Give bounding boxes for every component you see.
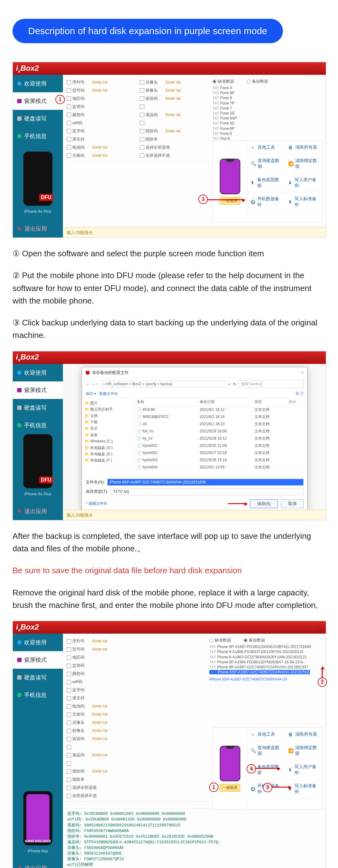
nav-back-icon[interactable]: ← → ↑ [86,382,98,386]
app-window-2: ixBox2— × 欢迎使用 紫屏模式 硬盘读写 手机信息 DFU iPhone… [12,351,326,520]
operations-panel: 一键紫屏 ＋其他工具🗑清除所有底🔍查询硬盘数据📶清除绑定数据⬆备份底层数据⬇写入… [213,141,322,222]
sidebar-item-phoneinfo[interactable]: 手机信息 [13,127,63,145]
filename-input[interactable] [107,479,304,486]
form-field[interactable]: 颜色码 [67,111,139,119]
sidebar-label: 硬盘读写 [24,115,47,122]
form-field[interactable]: 电池码 Enter txt [67,143,139,151]
hide-folders-toggle[interactable]: ^ 隐藏文件夹 [86,501,107,506]
form-field[interactable]: 全部选择不选 [67,791,132,800]
form-field[interactable]: 颜色码 [67,669,139,677]
warning-text: Be sure to save the original data file b… [12,564,326,577]
form-field[interactable]: 前像头 Enter txt [67,726,132,734]
op-button[interactable]: 📶清除绑定数据 [285,154,322,173]
sidebar: 欢迎使用 紫屏模式 1 硬盘读写 手机信息 DFU iPhone 6s Plus… [13,75,63,238]
op-button[interactable]: ⏻开机数据备份 [248,192,285,212]
form-field[interactable]: 监管码 [67,102,139,111]
form-field[interactable] [67,743,132,751]
callout-1b: 1 [209,782,218,792]
sidebar-item-exit[interactable]: ✕退出应用 [13,220,63,238]
form-field[interactable]: 蓝牙码 [67,127,139,135]
callout-2: 2 [318,677,327,687]
output-console: 蓝牙码: 0x35CADB68 0x00001084 0x00000000 0x… [63,808,326,868]
form-field[interactable]: 屏支持 [67,135,139,143]
instruction-text: After the backup is completed, the save … [12,530,326,555]
form-field[interactable]: 液晶码 Enter txt [140,111,206,119]
filetype-select[interactable]: TXT(*.txt) [111,488,304,495]
form-field[interactable]: 电池码 Enter txt [67,702,139,710]
op-button[interactable]: 🗑清除所有底 [285,728,322,741]
form-field[interactable]: 面容码 Enter txt [140,94,206,102]
form-field[interactable]: 后像头 Enter txt [67,718,132,726]
form-field[interactable]: 屏支持 [67,694,139,702]
one-click-purple-button[interactable]: 一键紫屏 [220,197,240,205]
form-field[interactable]: 主板码 Enter txt [67,710,139,718]
backup-file-list[interactable]: TXTPhone 8P-A1897-FD180220GD8JX0BYAG-202… [209,644,322,675]
form-field[interactable]: 选择全部选项 [67,783,132,791]
cancel-button[interactable]: 取消 [281,499,304,508]
filename-label: 文件名(N): [86,479,105,485]
form-field[interactable]: 指纹串 [67,775,132,783]
sidebar-item-hdd[interactable]: 硬盘读写 [13,110,63,127]
form-field[interactable]: 蓝牙码 [67,686,139,694]
form-field[interactable]: wifi码 [67,119,139,127]
app-logo: ixBox2 [16,64,39,73]
dialog-file-list[interactable]: 名称修改日期类型大小📄 453c982021/6/1 16:12文本文档📄 98… [134,398,307,476]
instruction-text: Remove the original hard disk of the mob… [12,586,326,612]
op-button[interactable]: 🗑清除所有底 [285,141,322,154]
form-field[interactable] [67,759,132,767]
sidebar-item-purple[interactable]: 紫屏模式 1 [13,92,63,110]
form-field[interactable]: 液晶码 Enter txt [67,751,132,759]
phone-name: iPhone 6s Plus [24,209,52,214]
form-field[interactable]: 地区码 [67,653,139,661]
new-folder-button[interactable]: 新建文件夹 [99,392,118,396]
form-field[interactable]: 主板码 Enter txt [67,151,139,159]
form-field[interactable]: wifi码 [67,677,139,686]
search-input[interactable]: 搜索"backup" [239,380,304,388]
window-controls[interactable]: — × [306,65,322,71]
form-field[interactable]: 指纹码 Enter txt [67,767,132,775]
form-area: 序列号 Enter txt型号码 Enter txt地区码 监管码 颜色码 wi… [63,75,213,161]
command-input[interactable]: 输入功能指令 [63,227,326,238]
form-field[interactable]: 面容码 Enter txt [67,734,132,743]
dialog-nav[interactable]: 📁 图片📁 微云同步助手📁 文档📁 下载📁 音乐📁 桌面📁 Windows (C… [82,398,134,476]
form-field[interactable]: 全部选择不选 [140,151,206,159]
form-field[interactable]: 型号码 Enter txt [67,86,139,94]
form-field[interactable] [140,102,206,111]
form-field[interactable]: 序列号 Enter txt [67,78,139,86]
form-field[interactable]: 序列号 Enter txt [67,637,139,645]
view-icons[interactable]: ☰ ⓘ [296,391,304,397]
organize-menu[interactable]: 组织 ▾ [86,392,96,396]
op-button[interactable]: 🔍查询硬盘数据 [248,154,285,173]
phone-mini-graphic [220,159,240,194]
op-button[interactable]: ⬆备份底层数据 [248,173,285,192]
op-button[interactable]: ＋其他工具 [248,728,285,741]
form-field[interactable]: 型号码 Enter txt [67,645,139,653]
form-field[interactable]: 指纹码 Enter txt [140,127,206,135]
dfu-badge: DFU [39,194,53,201]
form-field[interactable] [140,119,206,127]
backup-file-list[interactable]: TXTFone XTXTFone 8PTXTFone 8TXTFone 7PTX… [213,86,322,146]
sidebar-label: 手机信息 [24,132,47,140]
title-pill: Description of hard disk expansion in pu… [12,19,283,43]
op-button[interactable]: ⬇写入用户备份 [285,173,322,192]
filetype-label: 保存类型(T): [86,489,108,494]
op-button[interactable]: ⬇写入用户备份 [285,761,322,779]
close-icon[interactable]: × [301,370,304,375]
data-mode-radios[interactable]: 缺省数据 备份数据 [213,77,322,86]
one-click-purple-button[interactable]: 一键紫屏 [220,784,240,792]
form-field[interactable]: 选择全部选项 [140,143,206,151]
callout-1: 1 [55,95,65,104]
save-button[interactable]: 保存(S) [250,499,278,508]
sidebar-item-welcome[interactable]: 欢迎使用 [13,75,63,92]
path-crumb[interactable]: « HR_software » iBox2 » syscfg » backup [101,380,226,388]
form-field[interactable]: 后像头 Enter txt [140,78,206,86]
form-field[interactable]: 指纹串 [140,135,206,143]
op-button[interactable]: 🔍查询硬盘数据 [248,741,285,761]
form-field[interactable]: 监管码 [67,661,139,669]
op-button[interactable]: 📶清除绑定数据 [285,741,322,761]
form-field[interactable]: 前像头 Enter txt [140,86,206,94]
form-field[interactable]: 地区码 [67,94,139,102]
op-button[interactable]: ⬇写入标准备份 [285,192,322,212]
sidebar-label: 紫屏模式 [24,97,47,105]
op-button[interactable]: ＋其他工具 [248,141,285,154]
